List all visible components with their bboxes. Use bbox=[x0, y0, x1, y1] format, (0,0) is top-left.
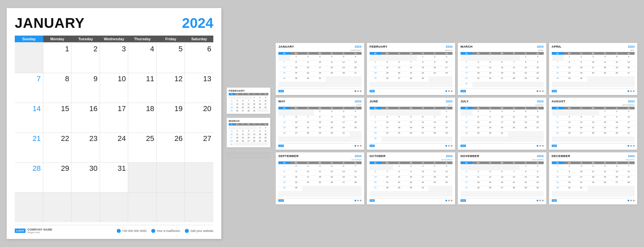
mini-day-cell bbox=[496, 137, 508, 142]
large-day-cell: 16 bbox=[71, 103, 100, 133]
mini-day-cell: 4 bbox=[472, 170, 484, 175]
mini-day-cell: 16 bbox=[575, 66, 587, 71]
side-mini-day-cell: 20 bbox=[246, 136, 252, 139]
mini-day-cell: 12 bbox=[381, 66, 393, 71]
mini-day-cell: 1 bbox=[599, 110, 611, 115]
mini-logo: LOGO bbox=[370, 145, 375, 147]
side-mini-day-cell: 14 bbox=[251, 132, 257, 136]
mini-footer-dots bbox=[537, 90, 544, 92]
mini-header: JULY2024 bbox=[461, 100, 544, 103]
mini-day-cell: 2 bbox=[370, 115, 381, 120]
mini-day-cell: 1 bbox=[564, 55, 575, 60]
side-mini-day-cell bbox=[251, 142, 257, 146]
mini-day-cell bbox=[290, 110, 302, 115]
mini-day-header: Sa bbox=[623, 107, 635, 109]
mini-day-header: Fr bbox=[611, 52, 623, 55]
mini-calendar: APRIL2024MAYSuMoTuWeThFrSa12345678910111… bbox=[549, 43, 638, 95]
mini-day-cell bbox=[611, 191, 623, 197]
mini-footer: LOGO bbox=[461, 89, 544, 92]
mini-day-header: Mo bbox=[472, 107, 484, 109]
side-mini-day-cell: 20 bbox=[240, 105, 246, 109]
side-mini-day-cell: 10 bbox=[263, 99, 268, 102]
mini-logo: LOGO bbox=[278, 199, 284, 202]
side-mini-day-h: Su bbox=[229, 93, 234, 95]
mini-day-cell: 19 bbox=[484, 71, 496, 77]
mini-week-row: 20212223242526 bbox=[370, 181, 453, 186]
mini-day-cell: 23 bbox=[326, 126, 337, 131]
mini-day-cell: 5 bbox=[405, 115, 417, 120]
mini-day-cell: 6 bbox=[496, 170, 508, 175]
mini-day-cell: 29 bbox=[520, 186, 532, 191]
mini-day-cell bbox=[496, 55, 508, 60]
mini-header: FEBRUARY2024 bbox=[370, 45, 453, 48]
mini-logo: LOGO bbox=[461, 199, 466, 202]
mini-month-name: OCTOBER bbox=[370, 154, 386, 158]
large-day-cell: 10 bbox=[100, 73, 128, 103]
mini-day-cell: 29 bbox=[552, 186, 564, 191]
mini-day-cell bbox=[461, 137, 472, 142]
mini-day-cell: 1 bbox=[520, 55, 532, 60]
mini-week-row bbox=[461, 137, 544, 142]
mini-day-cell: 24 bbox=[417, 181, 429, 186]
mini-day-cell: 5 bbox=[484, 170, 496, 175]
side-mini-day-cell bbox=[234, 95, 240, 99]
side-mini-day-cell: 6 bbox=[240, 99, 246, 102]
mini-day-cell: 18 bbox=[429, 175, 440, 181]
mini-week-row: 6789101112 bbox=[370, 170, 453, 175]
mini-day-cell: 15 bbox=[472, 120, 484, 126]
mini-day-cell: 10 bbox=[314, 60, 326, 66]
mini-day-header: Th bbox=[417, 52, 429, 55]
mini-day-cell: 31 bbox=[575, 186, 587, 191]
mini-dot-2 bbox=[630, 200, 632, 201]
mini-day-cell bbox=[350, 186, 361, 191]
mini-day-cell: 16 bbox=[405, 175, 417, 181]
mini-day-headers: SuMoTuWeThFrSa bbox=[278, 107, 362, 109]
mini-day-header: Fr bbox=[338, 161, 350, 164]
mini-day-headers: SuMoTuWeThFrSa bbox=[552, 161, 635, 164]
mini-day-cell: 25 bbox=[508, 126, 520, 131]
mini-day-cell: 8 bbox=[290, 60, 302, 66]
mini-weeks: 1234567891011121314151617181920212223242… bbox=[552, 164, 635, 197]
mini-day-cell: 20 bbox=[496, 71, 508, 77]
mini-week-row: 12 bbox=[461, 55, 544, 60]
mini-dot-2 bbox=[539, 200, 541, 201]
mini-week-row: 17181920212223 bbox=[461, 71, 544, 77]
mini-day-cell: 24 bbox=[314, 71, 326, 77]
mini-day-cell: 16 bbox=[564, 175, 575, 181]
mini-day-cell: 3 bbox=[623, 110, 635, 115]
mini-day-cell bbox=[472, 55, 484, 60]
mini-week-row: 2526272829 bbox=[370, 77, 453, 82]
footer-phone: +00 000 000 0000 bbox=[117, 229, 147, 233]
side-mini-day-cell bbox=[229, 95, 234, 99]
mini-week-row: 891011121314 bbox=[278, 170, 362, 175]
large-day-cell: 26 bbox=[157, 133, 185, 162]
mini-day-cell: 25 bbox=[429, 181, 440, 186]
mini-day-cell: 11 bbox=[370, 66, 381, 71]
mini-day-cell: 18 bbox=[508, 120, 520, 126]
mini-dot-3 bbox=[542, 200, 544, 201]
mini-day-cell bbox=[575, 137, 587, 142]
mini-day-cell bbox=[623, 82, 635, 87]
mini-footer: LOGO bbox=[552, 89, 635, 92]
mini-day-cell bbox=[508, 55, 520, 60]
mini-year: 2024 bbox=[537, 154, 543, 158]
mini-dot-1 bbox=[628, 90, 629, 92]
mini-header: APRIL2024 bbox=[552, 45, 635, 48]
mini-day-cell bbox=[370, 191, 381, 197]
mini-day-cell: 25 bbox=[350, 126, 361, 131]
mini-day-headers: SuMoTuWeThFrSa bbox=[461, 161, 544, 164]
mini-day-header: Su bbox=[461, 107, 472, 109]
mini-week-row bbox=[552, 137, 635, 142]
large-week-row: 7 8 9 10 11 12 13 bbox=[15, 73, 213, 103]
large-day-cell bbox=[43, 193, 72, 222]
mini-day-cell: 28 bbox=[350, 181, 361, 186]
mini-footer: LOGO bbox=[461, 198, 544, 202]
large-month-name: JANUARY bbox=[15, 16, 85, 30]
mini-day-cell: 18 bbox=[552, 126, 564, 131]
mini-day-cell: 18 bbox=[314, 175, 326, 181]
mini-day-header: Tu bbox=[484, 161, 496, 164]
mini-day-headers: SuMoTuWeThFrSa bbox=[461, 52, 544, 55]
phone-text: +00 000 000 0000 bbox=[122, 229, 147, 233]
mini-day-cell: 29 bbox=[417, 77, 429, 82]
mini-day-cell: 23 bbox=[302, 71, 314, 77]
